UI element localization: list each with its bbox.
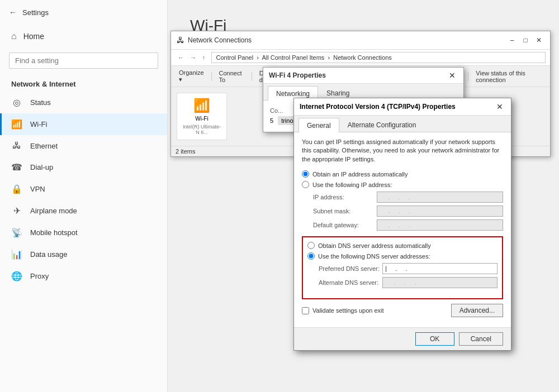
sidebar-item-status[interactable]: ◎ Status: [0, 92, 167, 113]
default-gateway-label: Default gateway:: [313, 222, 375, 228]
net-conn-icon: 🖧: [177, 36, 184, 45]
close-window-button[interactable]: ✕: [533, 35, 544, 46]
ip-fields: IP address: Subnet mask: Default gateway…: [313, 192, 503, 231]
advanced-button[interactable]: Advanced...: [451, 304, 503, 317]
hotspot-icon: 📡: [11, 227, 22, 238]
vpn-icon: 🔒: [11, 184, 22, 194]
adapter-num: 5: [270, 117, 273, 124]
toolbar-viewstatus[interactable]: View status of this connection: [471, 68, 547, 85]
adapter-wifi-icon: 📶: [193, 98, 210, 113]
address-bar: ← → ↑ Control Panel › All Control Panel …: [171, 50, 550, 66]
dns-fields: Preferred DNS server: Alternate DNS serv…: [319, 263, 498, 288]
home-nav-item[interactable]: ⌂ Home: [0, 25, 167, 48]
hotspot-label: Mobile hotspot: [30, 228, 78, 237]
ipv4-titlebar: Internet Protocol Version 4 (TCP/IPv4) P…: [294, 98, 511, 116]
datausage-icon: 📊: [11, 249, 22, 260]
auto-ip-label: Obtain an IP address automatically: [312, 171, 408, 178]
ipv4-close[interactable]: ✕: [494, 102, 505, 111]
airplane-icon: ✈: [11, 205, 22, 216]
addr-back-button[interactable]: ←: [176, 53, 186, 62]
sidebar-item-proxy[interactable]: 🌐 Proxy: [0, 265, 167, 287]
default-gateway-row: Default gateway:: [313, 219, 503, 231]
ip-address-row: IP address:: [313, 192, 503, 203]
manual-dns-label: Use the following DNS server addresses:: [318, 253, 430, 260]
back-button[interactable]: ←: [9, 8, 17, 17]
addr-forward-button[interactable]: →: [188, 53, 198, 62]
default-gateway-input[interactable]: [377, 219, 503, 231]
wifi-label: Wi-Fi: [30, 120, 47, 128]
sidebar-item-datausage[interactable]: 📊 Data usage: [0, 243, 167, 265]
dialup-label: Dial-up: [30, 163, 53, 171]
sidebar-item-wifi[interactable]: 📶 Wi-Fi: [0, 113, 167, 135]
status-label: Status: [30, 98, 51, 107]
alternate-dns-input[interactable]: [382, 277, 498, 288]
ipv4-title: Internet Protocol Version 4 (TCP/IPv4) P…: [300, 103, 456, 111]
radio-manual-ip[interactable]: [302, 181, 309, 188]
tab-alternate-config[interactable]: Alternate Configuration: [339, 118, 425, 132]
adapter-wifi-name: Wi-Fi: [195, 116, 208, 122]
subnet-mask-label: Subnet mask:: [313, 208, 375, 214]
ok-button[interactable]: OK: [415, 332, 454, 346]
wifi-props-titlebar: Wi-Fi 4 Properties ✕: [263, 68, 463, 84]
home-icon: ⌂: [11, 31, 17, 41]
minimize-button[interactable]: –: [506, 35, 518, 46]
addr-up-button[interactable]: ↑: [200, 53, 208, 62]
addr-nav: ← → ↑: [176, 53, 208, 62]
tab-general[interactable]: General: [299, 118, 339, 132]
toolbar-connect[interactable]: Connect To: [214, 68, 249, 85]
adapter-wifi[interactable]: 📶 Wi-Fi Intel(R) Ultimate-N 6...: [177, 93, 227, 140]
wifi-props-close[interactable]: ✕: [447, 71, 458, 80]
cancel-button[interactable]: Cancel: [459, 332, 503, 346]
radio-manual-dns[interactable]: [307, 252, 315, 260]
maximize-button[interactable]: □: [520, 35, 531, 46]
adapter-wifi-detail: Intel(R) Ultimate-N 6...: [182, 124, 222, 135]
sidebar-item-dialup[interactable]: ☎ Dial-up: [0, 156, 167, 178]
subnet-mask-input[interactable]: [377, 205, 503, 217]
preferred-dns-label: Preferred DNS server:: [319, 265, 380, 272]
validate-label: Validate settings upon exit: [312, 307, 384, 314]
ipv4-tabs: General Alternate Configuration: [294, 116, 511, 132]
toolbar-organize[interactable]: Organize ▾: [174, 68, 209, 85]
main-content: Wi-Fi 🖧 Network Connections – □ ✕ ← → ↑ …: [168, 0, 559, 392]
wifi-props-title: Wi-Fi 4 Properties: [269, 71, 326, 79]
search-input[interactable]: [9, 52, 158, 69]
sidebar-item-airplane[interactable]: ✈ Airplane mode: [0, 200, 167, 222]
ipv4-properties-dialog: Internet Protocol Version 4 (TCP/IPv4) P…: [293, 98, 511, 351]
alternate-dns-row: Alternate DNS server:: [319, 277, 498, 288]
sidebar-header: ← Settings: [0, 0, 167, 25]
alternate-dns-label: Alternate DNS server:: [319, 279, 380, 286]
preferred-dns-input[interactable]: [382, 263, 498, 274]
radio-auto-ip[interactable]: [302, 170, 309, 178]
ethernet-icon: 🖧: [11, 141, 22, 151]
radio-manual-ip-row: Use the following IP address:: [302, 181, 503, 188]
sidebar-item-vpn[interactable]: 🔒 VPN: [0, 178, 167, 200]
dialup-icon: ☎: [11, 162, 22, 173]
ip-address-input[interactable]: [377, 192, 503, 203]
section-title: Network & Internet: [0, 73, 167, 92]
validate-checkbox-row: Validate settings upon exit Advanced...: [302, 304, 503, 317]
radio-auto-dns-row: Obtain DNS server address automatically: [307, 242, 498, 249]
auto-dns-label: Obtain DNS server address automatically: [318, 242, 431, 249]
wifi-icon: 📶: [11, 119, 22, 130]
proxy-label: Proxy: [30, 272, 49, 280]
ip-address-label: IP address:: [313, 194, 375, 200]
radio-auto-ip-row: Obtain an IP address automatically: [302, 170, 503, 178]
radio-auto-dns[interactable]: [307, 242, 315, 249]
sidebar-item-ethernet[interactable]: 🖧 Ethernet: [0, 135, 167, 156]
ipv4-body: You can get IP settings assigned automat…: [294, 132, 511, 327]
home-label: Home: [23, 32, 44, 41]
toolbar-sep-2: [252, 72, 252, 81]
validate-checkbox[interactable]: [302, 307, 309, 314]
preferred-dns-row: Preferred DNS server:: [319, 263, 498, 274]
ipv4-description: You can get IP settings assigned automat…: [302, 138, 503, 164]
settings-label: Settings: [22, 8, 49, 17]
subnet-mask-row: Subnet mask:: [313, 205, 503, 217]
status-icon: ◎: [11, 97, 22, 108]
toolbar-sep-1: [211, 72, 212, 81]
net-conn-titlebar: 🖧 Network Connections – □ ✕: [171, 31, 550, 50]
sidebar-item-hotspot[interactable]: 📡 Mobile hotspot: [0, 222, 167, 243]
address-path: Control Panel › All Control Panel Items …: [211, 52, 546, 63]
datausage-label: Data usage: [30, 250, 68, 259]
net-conn-title: Network Connections: [188, 36, 252, 44]
manual-ip-label: Use the following IP address:: [312, 181, 392, 188]
